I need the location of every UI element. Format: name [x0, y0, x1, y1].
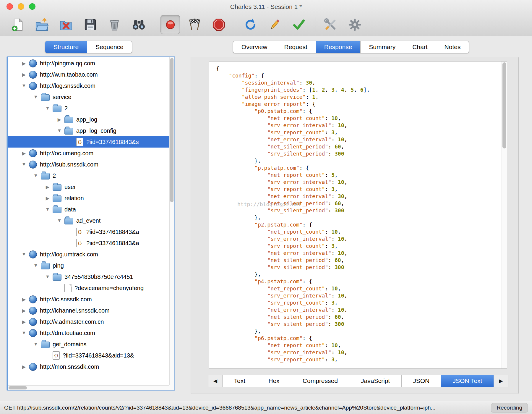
tree-item[interactable]: ?iid=3374618843&a: [8, 226, 169, 237]
tab-summary[interactable]: Summary: [361, 41, 404, 53]
disclosure-closed-icon[interactable]: ▶: [19, 61, 29, 66]
settings-button[interactable]: [345, 15, 364, 34]
format-tab-hex[interactable]: Hex: [257, 375, 291, 387]
tree-item[interactable]: ▶http://ichannel.snssdk.com: [8, 305, 169, 316]
disclosure-open-icon[interactable]: ▼: [31, 263, 41, 268]
tree-item[interactable]: ▼ping: [8, 260, 169, 271]
host-icon: [29, 59, 37, 67]
structure-tree[interactable]: ▶http://pingma.qq.com▶http://w.m.taobao.…: [8, 58, 169, 385]
tab-chart[interactable]: Chart: [404, 41, 436, 53]
response-vertical-scrollbar[interactable]: [502, 62, 507, 368]
format-tab-json[interactable]: JSON: [402, 375, 441, 387]
tools-button[interactable]: [321, 15, 340, 34]
host-icon: [29, 307, 37, 315]
tree-item-label: http://pingma.qq.com: [40, 60, 95, 67]
minimize-window-button[interactable]: [18, 3, 24, 10]
tree-item[interactable]: ▼app_log_config: [8, 125, 169, 136]
disclosure-open-icon[interactable]: ▼: [43, 207, 53, 212]
tree-item[interactable]: ▼http://log.umtrack.com: [8, 249, 169, 260]
disclosure-closed-icon[interactable]: ▶: [43, 184, 53, 190]
disclosure-closed-icon[interactable]: ▶: [43, 195, 53, 201]
disclosure-open-icon[interactable]: ▼: [31, 173, 41, 178]
window-chrome: Charles 3.11 - Session 1 *: [0, 0, 532, 36]
disclosure-open-icon[interactable]: ▼: [43, 106, 53, 111]
close-session-button[interactable]: [56, 15, 76, 34]
tree-item[interactable]: ?iid=3374618843&s: [8, 136, 169, 148]
zoom-window-button[interactable]: [29, 3, 35, 10]
record-button[interactable]: [160, 15, 180, 34]
new-session-button[interactable]: [8, 15, 27, 34]
code-line: "srv_silent_period": 300: [216, 150, 501, 157]
settings-gear-icon: [348, 18, 362, 32]
disclosure-closed-icon[interactable]: ▶: [19, 364, 29, 370]
clear-session-button[interactable]: [105, 15, 124, 34]
tab-overview[interactable]: Overview: [233, 41, 276, 53]
tree-item[interactable]: ▶http://v.admaster.com.cn: [8, 316, 169, 327]
tree-item[interactable]: ▼data: [8, 204, 169, 215]
save-session-button[interactable]: [80, 15, 100, 34]
tree-item[interactable]: ▼ad_event: [8, 215, 169, 226]
response-body[interactable]: http://blog.csdn.net { "config": { "sess…: [209, 61, 507, 369]
tree-item[interactable]: ▼service: [8, 91, 169, 103]
disclosure-closed-icon[interactable]: ▶: [19, 72, 29, 77]
tree-item[interactable]: ▶http://w.m.taobao.com: [8, 69, 169, 80]
tree-item[interactable]: ?iid=3374618843&a: [8, 237, 169, 249]
tree-item[interactable]: ▼get_domains: [8, 339, 169, 350]
format-tabs-next-button[interactable]: ▶: [494, 375, 508, 387]
tree-item[interactable]: ?devicename=chenyufeng: [8, 282, 169, 294]
disclosure-closed-icon[interactable]: ▶: [19, 151, 29, 156]
format-tab-javascript[interactable]: JavaScript: [349, 375, 401, 387]
disclosure-closed-icon[interactable]: ▶: [19, 319, 29, 325]
tree-item[interactable]: ▼347554830b8750e7c4451: [8, 271, 169, 282]
tree-item[interactable]: ▶http://pingma.qq.com: [8, 58, 169, 69]
scrollbar-thumb[interactable]: [170, 58, 173, 202]
scrollbar-thumb[interactable]: [9, 386, 27, 389]
tree-vertical-scrollbar[interactable]: [169, 57, 174, 385]
tree-item[interactable]: ▼http://log.snssdk.com: [8, 80, 169, 91]
disclosure-open-icon[interactable]: ▼: [54, 218, 64, 223]
tree-item[interactable]: ▼http://dm.toutiao.com: [8, 327, 169, 339]
tree-item[interactable]: ?iid=3374618843&aid=13&: [8, 350, 169, 361]
disclosure-open-icon[interactable]: ▼: [31, 94, 41, 100]
disclosure-open-icon[interactable]: ▼: [31, 342, 41, 347]
throttle-button[interactable]: [185, 15, 204, 34]
disclosure-open-icon[interactable]: ▼: [19, 83, 29, 88]
disclosure-closed-icon[interactable]: ▶: [54, 117, 64, 122]
format-tab-json-text[interactable]: JSON Text: [441, 375, 494, 387]
disclosure-open-icon[interactable]: ▼: [19, 330, 29, 336]
disclosure-open-icon[interactable]: ▼: [19, 252, 29, 257]
validate-button[interactable]: [289, 15, 309, 34]
open-session-button[interactable]: [32, 15, 51, 34]
disclosure-open-icon[interactable]: ▼: [19, 162, 29, 167]
titlebar[interactable]: Charles 3.11 - Session 1 *: [0, 0, 532, 13]
tab-structure[interactable]: Structure: [45, 41, 87, 53]
edit-button[interactable]: [265, 15, 284, 34]
format-tab-text[interactable]: Text: [223, 375, 257, 387]
tab-request[interactable]: Request: [276, 41, 316, 53]
tab-sequence[interactable]: Sequence: [87, 41, 132, 53]
scrollbar-thumb[interactable]: [502, 62, 506, 148]
format-tabs-prev-button[interactable]: ◀: [208, 375, 223, 387]
tree-horizontal-scrollbar[interactable]: [8, 385, 169, 390]
close-window-button[interactable]: [7, 3, 13, 10]
tree-item[interactable]: ▶http://ic.snssdk.com: [8, 294, 169, 305]
tree-item-label: http://mon.snssdk.com: [40, 363, 99, 370]
tree-item[interactable]: ▼2: [8, 170, 169, 181]
tree-item[interactable]: ▶relation: [8, 193, 169, 204]
tab-notes[interactable]: Notes: [436, 41, 469, 53]
disclosure-closed-icon[interactable]: ▶: [19, 297, 29, 302]
tree-item[interactable]: ▶user: [8, 181, 169, 193]
disclosure-open-icon[interactable]: ▼: [54, 128, 64, 133]
tree-item[interactable]: ▼http://isub.snssdk.com: [8, 159, 169, 170]
stop-button[interactable]: [209, 15, 228, 34]
tree-item[interactable]: ▼2: [8, 103, 169, 114]
tree-item[interactable]: ▶http://oc.umeng.com: [8, 148, 169, 159]
tree-item[interactable]: ▶http://mon.snssdk.com: [8, 361, 169, 372]
disclosure-open-icon[interactable]: ▼: [43, 274, 53, 279]
format-tab-compressed[interactable]: Compressed: [291, 375, 349, 387]
find-button[interactable]: [129, 15, 148, 34]
disclosure-closed-icon[interactable]: ▶: [19, 308, 29, 313]
tree-item[interactable]: ▶app_log: [8, 114, 169, 125]
refresh-button[interactable]: [241, 15, 260, 34]
tab-response[interactable]: Response: [316, 41, 361, 53]
